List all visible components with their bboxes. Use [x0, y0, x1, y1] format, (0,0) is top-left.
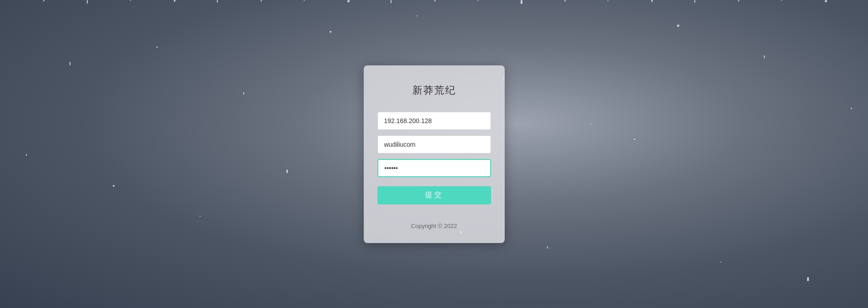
login-card: 新莽荒纪 提交 Copyright © 2022 [364, 65, 505, 243]
submit-button[interactable]: 提交 [377, 186, 491, 204]
host-input[interactable] [377, 112, 491, 130]
copyright-text: Copyright © 2022 [411, 223, 457, 229]
app-title: 新莽荒纪 [412, 84, 456, 97]
form-section [377, 112, 491, 177]
password-input[interactable] [377, 159, 491, 177]
username-input[interactable] [377, 135, 491, 154]
